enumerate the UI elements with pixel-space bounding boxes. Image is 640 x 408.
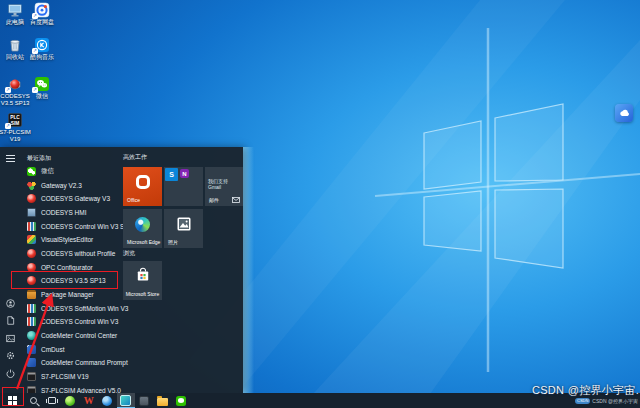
csdn-watermark-small-text: CSDN @控界小宇宙 xyxy=(592,398,638,404)
taskbar-app-active[interactable] xyxy=(117,393,136,408)
tile-microsoft-edge[interactable]: Microsoft Edge xyxy=(123,209,162,248)
store-icon xyxy=(123,267,162,283)
cloud-icon xyxy=(619,109,630,117)
taskbar-app-wps[interactable] xyxy=(80,393,99,408)
shortcut-arrow-icon xyxy=(32,48,38,54)
plcsim-icon: PLCSIM xyxy=(7,112,23,128)
app-label: VisualStylesEditor xyxy=(41,236,93,243)
pictures-button[interactable] xyxy=(4,332,17,345)
envelope-icon xyxy=(232,197,240,203)
power-button[interactable] xyxy=(4,367,17,380)
taskbar-app-wechat[interactable] xyxy=(172,393,191,408)
wechat-icon xyxy=(34,76,50,92)
skype-icon[interactable] xyxy=(165,168,178,181)
document-icon xyxy=(6,316,15,325)
start-menu-item-codesys-control-systray[interactable]: CODESYS Control Win V3 SysTray xyxy=(21,219,123,233)
app-label: OPC Configurator xyxy=(41,264,93,271)
onenote-icon[interactable] xyxy=(180,169,189,178)
light-beam xyxy=(243,147,254,393)
control-bars-icon xyxy=(27,222,36,231)
desktop-icon-label: 百度网盘 xyxy=(26,19,58,26)
start-menu-item-codemeter-command-prompt[interactable]: CodeMeter Command Prompt xyxy=(21,356,123,370)
codesys-icon xyxy=(7,76,23,92)
start-menu-item-codesys-softmotion[interactable]: CODESYS SoftMotion Win V3 xyxy=(21,301,123,315)
tile-photos[interactable]: 照片 xyxy=(164,209,203,248)
start-menu-item-gateway-v23[interactable]: Gateway V2.3 xyxy=(21,178,123,192)
start-menu-item-s7-plcsim-advanced[interactable]: S7-PLCSIM Advanced V5.0 xyxy=(21,384,123,394)
tile-group-header: 高效工作 xyxy=(123,153,147,162)
wps-icon xyxy=(84,396,94,406)
monitor-icon xyxy=(27,208,36,217)
highlight-box-codesys-item xyxy=(11,271,118,289)
tile-microsoft-store[interactable]: Microsoft Store xyxy=(123,261,162,300)
tile-mail[interactable]: 我们支持 Gmail 邮件 xyxy=(205,167,243,206)
app-label: CODESYS HMI xyxy=(41,209,87,216)
start-menu-item-codesys-hmi[interactable]: CODESYS HMI xyxy=(21,206,123,220)
kugou-music-icon xyxy=(34,37,50,53)
tile-label: 邮件 xyxy=(209,197,219,203)
start-menu-item-cmdust[interactable]: CmDust xyxy=(21,342,123,356)
tile-label: Microsoft Store xyxy=(123,291,162,297)
app-label: CodeMeter Control Center xyxy=(41,332,117,339)
start-menu-item-codesys-without-profile[interactable]: CODESYS without Profile xyxy=(21,247,123,261)
wechat-icon xyxy=(176,396,186,406)
shortcut-arrow-icon xyxy=(5,123,11,129)
baidu-netdisk-sidebar-icon[interactable] xyxy=(615,104,633,122)
csdn-watermark-small: CSDN CSDN @控界小宇宙 xyxy=(575,398,638,404)
desktop-icon-kugou-music[interactable]: 酷狗音乐 xyxy=(26,37,58,61)
desktop-icon-wechat[interactable]: 微信 xyxy=(26,76,58,100)
app-label: 微信 xyxy=(41,167,54,176)
control-bars-icon xyxy=(27,317,36,326)
recycle-bin-icon xyxy=(7,37,23,53)
start-menu-item-visualstyleseditor[interactable]: VisualStylesEditor xyxy=(21,233,123,247)
start-menu-item-codesys-control-win[interactable]: CODESYS Control Win V3 xyxy=(21,315,123,329)
taskbar-search-button[interactable] xyxy=(24,393,43,408)
taskbar-file-explorer[interactable] xyxy=(154,393,173,408)
baidu-netdisk-icon xyxy=(34,2,50,18)
plcsim-icon xyxy=(27,386,36,393)
shortcut-arrow-icon xyxy=(32,13,38,19)
tile-label: 照片 xyxy=(168,239,178,245)
user-account-button[interactable] xyxy=(4,297,17,310)
taskbar-app-blue[interactable] xyxy=(98,393,117,408)
gateway-icon xyxy=(27,181,36,190)
app-label: CODESYS without Profile xyxy=(41,250,115,257)
desktop-icon-label: S7-PLCSIM V19 xyxy=(0,129,31,143)
package-icon xyxy=(27,290,36,299)
pictures-icon xyxy=(6,334,15,343)
desktop-icon-baidu-netdisk[interactable]: 百度网盘 xyxy=(26,2,58,26)
codesys-icon xyxy=(27,194,36,203)
this-pc-icon xyxy=(7,2,23,18)
start-menu-item-package-manager[interactable]: Package Manager xyxy=(21,288,123,302)
start-menu-item-s7-plcsim-v19[interactable]: S7-PLCSIM V19 xyxy=(21,370,123,384)
desktop-icon-label: 微信 xyxy=(26,93,58,100)
gray-app-icon xyxy=(139,396,149,406)
start-menu-item-wechat[interactable]: 微信 xyxy=(21,165,123,179)
cmdust-icon xyxy=(27,345,36,354)
settings-button[interactable] xyxy=(4,349,17,362)
csdn-logo: CSDN xyxy=(575,398,590,404)
blue-app-icon xyxy=(102,396,112,406)
taskbar-app-green[interactable] xyxy=(61,393,80,408)
svg-text:SIM: SIM xyxy=(11,121,20,126)
app-label: CODESYS Control Win V3 xyxy=(41,318,118,325)
power-icon xyxy=(6,369,15,378)
edge-logo-icon xyxy=(135,217,150,232)
mail-live-text: 我们支持 Gmail xyxy=(208,178,241,190)
app-label: S7-PLCSIM V19 xyxy=(41,373,89,380)
control-bars-icon xyxy=(27,304,36,313)
taskbar-app-gray[interactable] xyxy=(135,393,154,408)
csdn-watermark: CSDN @控界小宇宙. xyxy=(532,383,639,398)
desktop-icon-s7-plcsim[interactable]: PLCSIM S7-PLCSIM V19 xyxy=(0,112,31,143)
codemeter-icon xyxy=(27,331,36,340)
expand-menu-button[interactable] xyxy=(4,152,17,165)
start-menu-item-codesys-gateway-v3[interactable]: CODESYS Gateway V3 xyxy=(21,192,123,206)
tile-office[interactable]: Office xyxy=(123,167,162,206)
app-label: CmDust xyxy=(41,346,64,353)
task-view-button[interactable] xyxy=(43,393,62,408)
tile-group-header: 浏览 xyxy=(123,249,135,258)
start-menu-item-codemeter-control-center[interactable]: CodeMeter Control Center xyxy=(21,329,123,343)
shortcut-arrow-icon xyxy=(32,87,38,93)
desktop-icon-label: 酷狗音乐 xyxy=(26,54,58,61)
documents-button[interactable] xyxy=(4,314,17,327)
